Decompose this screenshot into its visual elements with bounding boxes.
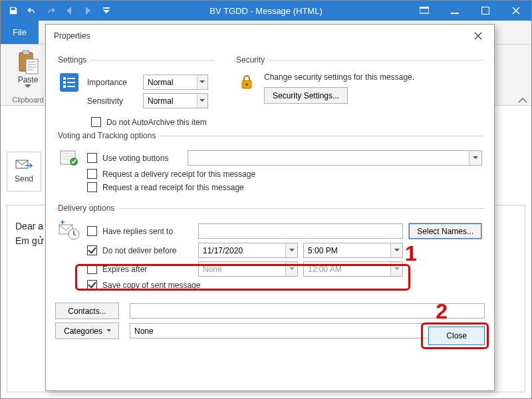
chevron-down-icon — [469, 151, 481, 165]
sensitivity-value — [144, 94, 197, 108]
delivery-receipt-checkbox[interactable] — [87, 169, 97, 179]
file-tab[interactable]: File — [1, 21, 39, 44]
read-receipt-label: Request a read receipt for this message — [102, 183, 244, 192]
qat-customize-icon[interactable] — [98, 2, 115, 19]
use-voting-checkbox[interactable] — [87, 153, 97, 163]
dialog-close-icon[interactable] — [470, 28, 486, 44]
svg-rect-5 — [23, 51, 29, 55]
delivery-group: Delivery options Have replies sent to Se… — [55, 203, 485, 297]
voting-legend: Voting and Tracking options — [58, 131, 160, 140]
deliver-time-combo[interactable] — [303, 243, 403, 258]
settings-group: Settings Importance — [55, 55, 215, 116]
do-not-deliver-before-label: Do not deliver before — [102, 246, 193, 255]
save-icon[interactable] — [5, 2, 22, 19]
chevron-down-icon — [390, 262, 402, 276]
chevron-down-icon — [285, 243, 297, 257]
next-icon[interactable] — [79, 2, 96, 19]
delivery-icon — [58, 219, 80, 242]
voting-group: Voting and Tracking options Use voting b… — [55, 131, 485, 200]
maximize-icon[interactable] — [470, 1, 501, 21]
paste-button[interactable]: Paste — [6, 47, 50, 88]
settings-legend: Settings — [58, 55, 90, 65]
chevron-down-icon — [106, 329, 110, 332]
tracking-icon — [58, 147, 80, 170]
svg-rect-3 — [482, 7, 489, 15]
select-names-button[interactable]: Select Names... — [408, 223, 482, 239]
svg-rect-10 — [67, 78, 75, 79]
chevron-down-icon — [390, 243, 402, 257]
chevron-down-icon — [197, 94, 207, 108]
close-button[interactable]: Close — [428, 327, 485, 345]
importance-combo[interactable] — [143, 74, 208, 90]
categories-button[interactable]: Categories — [55, 323, 119, 339]
svg-rect-12 — [67, 82, 75, 83]
security-settings-button[interactable]: Security Settings... — [264, 87, 348, 104]
send-button[interactable]: Send — [7, 152, 41, 192]
dialog-title: Properties — [54, 31, 90, 41]
voting-buttons-combo[interactable] — [188, 150, 482, 166]
expires-time-combo[interactable] — [303, 261, 403, 277]
importance-value — [144, 75, 197, 89]
svg-rect-13 — [63, 85, 66, 88]
minimize-icon[interactable] — [440, 1, 470, 21]
dialog-titlebar: Properties — [46, 25, 494, 47]
chevron-down-icon — [285, 262, 297, 276]
previous-icon[interactable] — [61, 2, 78, 19]
delivery-receipt-label: Request a delivery receipt for this mess… — [102, 170, 255, 179]
redo-icon[interactable] — [42, 2, 59, 19]
autoarchive-checkbox[interactable] — [91, 117, 101, 127]
properties-icon — [58, 71, 80, 94]
window-titlebar: BV TGDD - Message (HTML) — [1, 1, 531, 21]
replies-sent-to-checkbox[interactable] — [87, 226, 97, 236]
collapse-ribbon-icon[interactable] — [518, 97, 527, 104]
autoarchive-label: Do not AutoArchive this item — [106, 118, 207, 127]
replies-sent-to-label: Have replies sent to — [102, 227, 193, 236]
svg-point-16 — [245, 83, 248, 86]
send-icon — [15, 160, 33, 172]
lock-icon — [236, 71, 257, 92]
security-legend: Security — [236, 55, 269, 65]
use-voting-label: Use voting buttons — [102, 154, 182, 163]
read-receipt-checkbox[interactable] — [87, 182, 97, 192]
svg-rect-11 — [63, 81, 66, 84]
sensitivity-label: Sensitivity — [87, 96, 138, 106]
save-copy-checkbox[interactable] — [87, 280, 97, 290]
svg-rect-14 — [67, 86, 75, 87]
svg-rect-1 — [420, 7, 429, 9]
chevron-down-icon — [25, 84, 31, 88]
expires-date-combo[interactable] — [198, 261, 298, 277]
contacts-button[interactable]: Contacts... — [55, 303, 119, 319]
save-copy-label: Save copy of sent message — [102, 281, 200, 290]
quick-access-toolbar — [1, 2, 115, 19]
paste-label: Paste — [18, 75, 39, 84]
chevron-down-icon — [197, 75, 207, 89]
importance-label: Importance — [87, 78, 138, 87]
do-not-deliver-before-checkbox[interactable] — [87, 245, 97, 255]
sensitivity-combo[interactable] — [143, 93, 208, 108]
svg-rect-9 — [63, 77, 66, 80]
replies-sent-to-input[interactable] — [198, 223, 403, 239]
close-icon[interactable] — [501, 1, 531, 21]
properties-dialog: Properties Settings Importance — [45, 24, 495, 391]
send-label: Send — [15, 174, 33, 184]
svg-rect-2 — [451, 13, 459, 14]
ribbon-display-icon[interactable] — [409, 1, 440, 21]
security-desc: Change security settings for this messag… — [264, 72, 482, 82]
expires-after-checkbox[interactable] — [87, 264, 97, 274]
delivery-legend: Delivery options — [58, 203, 118, 213]
undo-icon[interactable] — [23, 2, 41, 19]
contacts-input[interactable] — [130, 303, 485, 319]
expires-after-label: Expires after — [102, 265, 193, 274]
deliver-date-combo[interactable] — [198, 243, 298, 258]
security-group: Security Change security settings for th… — [233, 55, 485, 116]
window-controls — [409, 1, 531, 21]
